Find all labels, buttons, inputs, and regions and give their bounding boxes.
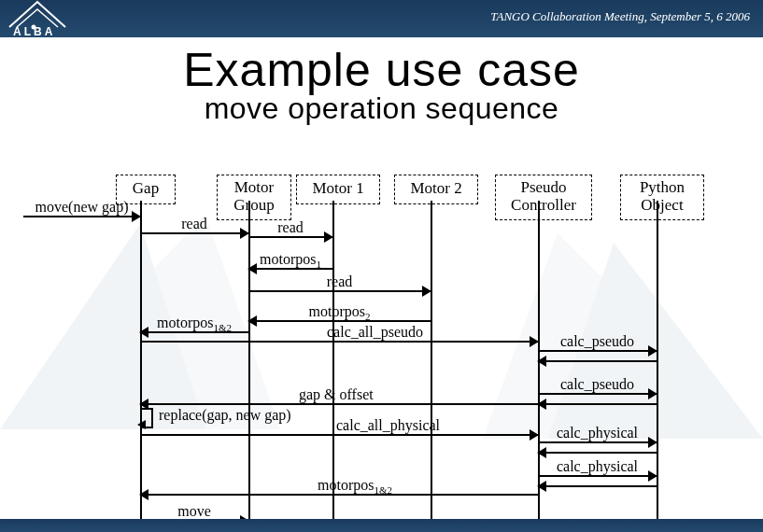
msg-replace-label: replace(gap, new gap) xyxy=(159,407,291,424)
msg-move-label: move xyxy=(177,503,211,520)
slide-header: ALBA TANGO Collaboration Meeting, Septem… xyxy=(0,0,763,37)
msg-read1-label: read xyxy=(181,216,207,232)
msg-calc-pseudo2-return xyxy=(538,396,657,409)
lifeline-gap xyxy=(140,201,142,532)
lifeline-motor2 xyxy=(431,201,432,532)
msg-motorpos1: motorpos1 xyxy=(248,260,332,273)
msg-motorpos1-label: motorpos1 xyxy=(260,251,321,270)
msg-motorpos12b: motorpos1&2 xyxy=(140,486,538,499)
msg-calc-physical1-return xyxy=(538,444,657,457)
msg-motorpos12a-label: motorpos1&2 xyxy=(157,315,232,333)
msg-read3-label: read xyxy=(327,273,353,290)
alba-logo: ALBA xyxy=(7,0,110,37)
msg-motorpos12b-label: motorpos1&2 xyxy=(318,477,392,496)
lifeline-python xyxy=(657,201,658,532)
msg-read3: read xyxy=(248,283,431,296)
msg-calc-physical1-label: calc_physical xyxy=(557,425,638,441)
msg-motorpos2-label: motorpos2 xyxy=(309,303,371,322)
msg-calc-physical2-return xyxy=(538,478,657,491)
svg-text:ALBA: ALBA xyxy=(13,25,55,37)
msg-calc-all-pseudo-label: calc_all_pseudo xyxy=(327,324,423,341)
slide-subtitle: move operation sequence xyxy=(0,91,763,126)
msg-calc-pseudo1-return xyxy=(538,353,657,366)
msg-read1: read xyxy=(140,225,248,238)
slide-footer-bar xyxy=(0,519,763,532)
msg-read2-label: read xyxy=(277,219,304,236)
lifeline-box-motor1: Motor 1 xyxy=(296,175,380,204)
lifeline-group xyxy=(248,201,250,532)
lifeline-box-motor2: Motor 2 xyxy=(394,175,478,204)
lifeline-box-group: MotorGroup xyxy=(217,175,291,220)
lifeline-box-pseudo: PseudoController xyxy=(495,175,592,220)
lifeline-box-python: PythonObject xyxy=(620,175,704,220)
msg-calc-pseudo2-label: calc_pseudo xyxy=(560,376,634,393)
msg-calc-all-physical: calc_all_physical xyxy=(140,427,538,440)
slide-title: Example use case xyxy=(0,47,763,93)
msg-calc-physical2-label: calc_physical xyxy=(557,458,638,475)
msg-calc-all-physical-label: calc_all_physical xyxy=(336,417,440,434)
msg-gap-offset-label: gap & offset xyxy=(299,386,374,403)
msg-move-new-gap: move(new gap) xyxy=(23,208,140,221)
msg-move-new-gap-label: move(new gap) xyxy=(35,199,129,216)
meeting-label: TANGO Collaboration Meeting, September 5… xyxy=(490,9,750,24)
sequence-diagram: Gap MotorGroup Motor 1 Motor 2 PseudoCon… xyxy=(0,163,763,532)
msg-calc-all-pseudo: calc_all_pseudo xyxy=(140,333,538,346)
msg-calc-pseudo1-label: calc_pseudo xyxy=(560,333,634,350)
msg-read2: read xyxy=(248,229,332,242)
